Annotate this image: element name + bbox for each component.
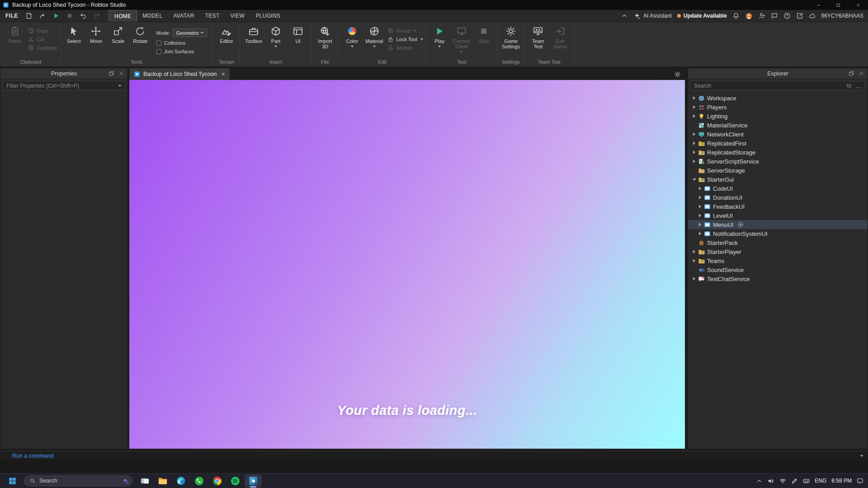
ribbon-button-scale[interactable]: Scale <box>108 25 129 44</box>
viewport-settings-gear-icon[interactable] <box>674 71 681 78</box>
more-options-icon[interactable]: … <box>855 84 862 88</box>
ribbon-button-editor[interactable]: Editor <box>216 25 237 44</box>
hidden-icons-chevron-icon[interactable] <box>756 478 763 484</box>
explorer-item-startergui[interactable]: StarterGui <box>688 175 868 184</box>
expand-arrow-icon[interactable] <box>698 213 703 218</box>
explorer-item-notificationsystemui[interactable]: NotificationSystemUI <box>688 229 868 238</box>
explorer-item-replicatedstorage[interactable]: ReplicatedStorage <box>688 148 868 157</box>
cloud-sync-icon[interactable] <box>809 12 816 19</box>
ribbon-button-stop[interactable]: Stop <box>473 25 495 44</box>
explorer-item-donationui[interactable]: DonationUI <box>688 193 868 202</box>
collaborate-icon[interactable] <box>758 12 765 19</box>
ribbon-button-cut[interactable]: Cut <box>28 36 57 42</box>
start-button[interactable] <box>4 474 21 488</box>
network-icon[interactable] <box>779 478 786 484</box>
pen-icon[interactable] <box>791 478 798 484</box>
expand-arrow-icon[interactable] <box>692 159 697 164</box>
volume-icon[interactable] <box>768 478 774 484</box>
expand-arrow-icon[interactable] <box>698 204 703 209</box>
taskbar-app-whatsapp[interactable] <box>190 474 208 488</box>
close-tab-icon[interactable]: × <box>221 71 225 77</box>
explorer-item-levelui[interactable]: LevelUI <box>688 211 868 220</box>
ai-assistant-button[interactable]: AI Assistant <box>633 12 672 19</box>
ribbon-button-game-settings[interactable]: Game Settings <box>500 25 522 49</box>
command-bar[interactable]: Run a command <box>0 451 868 460</box>
ribbon-button-play[interactable]: Play <box>429 25 450 47</box>
explorer-item-soundservice[interactable]: SoundService <box>688 265 868 274</box>
explorer-search-input[interactable]: Search … <box>690 81 865 90</box>
expand-arrow-icon[interactable] <box>692 141 697 146</box>
update-available-button[interactable]: Update Available <box>677 13 727 19</box>
ribbon-button-toolbox[interactable]: Toolbox <box>243 25 264 44</box>
explorer-item-textchatservice[interactable]: TextChatService <box>688 274 868 283</box>
game-viewport-canvas[interactable]: Your data is loading... <box>129 80 685 449</box>
expand-arrow-icon[interactable] <box>692 105 697 110</box>
menu-tab-view[interactable]: VIEW <box>225 10 250 22</box>
expand-arrow-icon[interactable] <box>692 150 697 155</box>
username-label[interactable]: 96YCY6ABHAAS <box>821 13 863 19</box>
publish-quick-icon[interactable] <box>39 12 46 19</box>
close-button[interactable] <box>848 0 868 10</box>
explorer-item-lighting[interactable]: Lighting <box>688 112 868 121</box>
float-panel-icon[interactable] <box>108 70 114 76</box>
ribbon-button-ui[interactable]: UI <box>287 25 308 44</box>
ribbon-button-current-client[interactable]: Current: Client <box>451 25 472 53</box>
explorer-item-starterpack[interactable]: StarterPack <box>688 238 868 247</box>
comments-icon[interactable] <box>771 12 778 19</box>
ribbon-button-import-3d[interactable]: Import 3D <box>314 25 335 49</box>
touch-keyboard-icon[interactable] <box>803 478 810 484</box>
explorer-item-workspace[interactable]: Workspace <box>688 94 868 103</box>
expand-arrow-icon[interactable] <box>692 132 697 137</box>
explorer-item-materialservice[interactable]: MaterialService <box>688 121 868 130</box>
explorer-item-teams[interactable]: Teams <box>688 256 868 265</box>
redo-quick-icon[interactable] <box>93 12 100 19</box>
taskbar-search[interactable]: Search <box>24 475 132 486</box>
stop-quick-icon[interactable] <box>66 12 73 19</box>
menu-tab-home[interactable]: HOME <box>108 10 137 22</box>
explorer-item-serverstorage[interactable]: ServerStorage <box>688 166 868 175</box>
ribbon-button-material[interactable]: Material <box>363 25 385 47</box>
ribbon-button-group[interactable]: Group <box>387 28 423 34</box>
explorer-item-codeui[interactable]: CodeUI <box>688 184 868 193</box>
add-instance-icon[interactable] <box>737 221 744 228</box>
float-panel-icon[interactable] <box>849 70 854 76</box>
ribbon-button-color[interactable]: Color <box>341 25 363 47</box>
ribbon-button-exit-game[interactable]: Exit Game <box>550 25 571 49</box>
ribbon-button-lock-tool[interactable]: Lock Tool <box>387 36 423 42</box>
explorer-item-networkclient[interactable]: NetworkClient <box>688 130 868 139</box>
clock[interactable]: 6:58 PM <box>831 478 852 484</box>
language-indicator[interactable]: ENG <box>815 478 826 484</box>
explorer-item-serverscriptservice[interactable]: ServerScriptService <box>688 157 868 166</box>
taskbar-app-file-explorer[interactable] <box>154 474 171 488</box>
expand-arrow-icon[interactable] <box>698 231 703 236</box>
menu-tab-avatar[interactable]: AVATAR <box>168 10 199 22</box>
expand-arrow-icon[interactable] <box>698 195 703 200</box>
taskbar-app-task-view[interactable] <box>136 474 153 488</box>
save-quick-icon[interactable] <box>25 12 33 19</box>
filter-properties-input[interactable]: Filter Properties (Ctrl+Shift+P) <box>3 81 125 90</box>
minimize-button[interactable] <box>808 0 828 10</box>
file-menu-button[interactable]: FILE <box>5 13 18 19</box>
expand-arrow-icon[interactable] <box>692 96 697 101</box>
expand-arrow-icon[interactable] <box>692 114 697 119</box>
taskbar-app-spotify[interactable] <box>226 474 244 488</box>
ribbon-button-part[interactable]: Part <box>265 25 286 47</box>
play-quick-icon[interactable] <box>52 12 60 19</box>
expand-arrow-icon[interactable] <box>698 222 703 227</box>
menu-tab-plugins[interactable]: PLUGINS <box>250 10 286 22</box>
explorer-item-starterplayer[interactable]: StarterPlayer <box>688 247 868 256</box>
help-icon[interactable] <box>783 12 791 19</box>
taskbar-app-chrome[interactable] <box>208 474 226 488</box>
explorer-item-players[interactable]: Players <box>688 103 868 112</box>
menu-tab-model[interactable]: MODEL <box>137 10 168 22</box>
taskbar-app-edge[interactable] <box>172 474 189 488</box>
drag-handle-icon[interactable] <box>5 453 8 459</box>
place-document-tab[interactable]: Backup of Loco Shed Tycoon × <box>129 68 230 80</box>
notifications-icon[interactable] <box>732 12 740 19</box>
menu-tab-test[interactable]: TEST <box>200 10 225 22</box>
ribbon-button-team-test[interactable]: Team Test <box>528 25 549 49</box>
ribbon-button-anchor[interactable]: Anchor <box>387 45 423 51</box>
ribbon-button-copy[interactable]: Copy <box>28 28 57 34</box>
expand-arrow-icon[interactable] <box>692 258 697 263</box>
notification-center-icon[interactable] <box>857 478 863 484</box>
